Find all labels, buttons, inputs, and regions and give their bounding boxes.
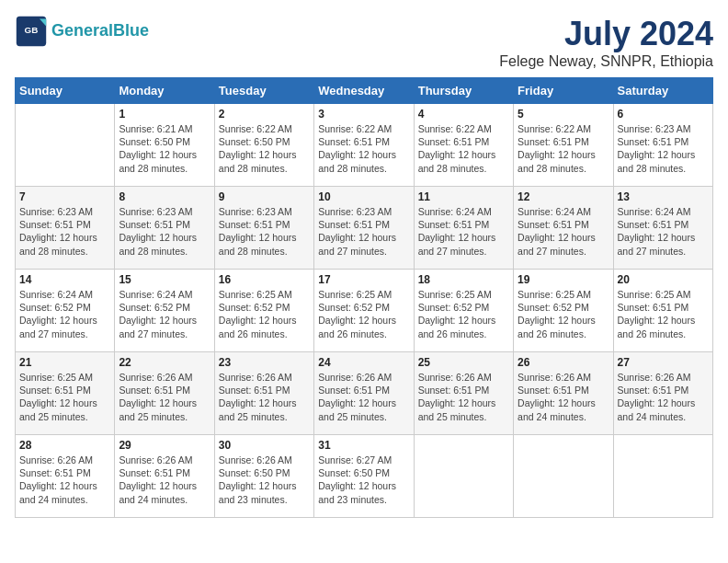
day-number: 6 — [618, 108, 709, 121]
day-info: Sunrise: 6:24 AM Sunset: 6:51 PM Dayligh… — [518, 205, 609, 258]
calendar-cell: 6Sunrise: 6:23 AM Sunset: 6:51 PM Daylig… — [613, 104, 712, 187]
calendar-cell: 5Sunrise: 6:22 AM Sunset: 6:51 PM Daylig… — [514, 104, 613, 187]
calendar-cell: 11Sunrise: 6:24 AM Sunset: 6:51 PM Dayli… — [414, 187, 513, 270]
day-info: Sunrise: 6:25 AM Sunset: 6:52 PM Dayligh… — [418, 288, 509, 340]
day-number: 23 — [219, 356, 310, 369]
logo: GB GeneralBlue — [15, 15, 149, 48]
day-info: Sunrise: 6:21 AM Sunset: 6:50 PM Dayligh… — [119, 122, 210, 175]
day-number: 12 — [518, 190, 609, 203]
day-number: 24 — [318, 356, 409, 369]
calendar-cell: 28Sunrise: 6:26 AM Sunset: 6:51 PM Dayli… — [16, 435, 115, 518]
day-info: Sunrise: 6:25 AM Sunset: 6:51 PM Dayligh… — [618, 288, 709, 340]
calendar-cell: 31Sunrise: 6:27 AM Sunset: 6:50 PM Dayli… — [314, 435, 414, 518]
week-row-5: 28Sunrise: 6:26 AM Sunset: 6:51 PM Dayli… — [16, 435, 713, 518]
day-info: Sunrise: 6:22 AM Sunset: 6:51 PM Dayligh… — [318, 122, 409, 175]
day-info: Sunrise: 6:26 AM Sunset: 6:51 PM Dayligh… — [418, 371, 509, 423]
logo-line2: Blue — [113, 21, 149, 40]
day-header-monday: Monday — [115, 78, 214, 104]
day-info: Sunrise: 6:22 AM Sunset: 6:50 PM Dayligh… — [219, 122, 310, 175]
calendar-cell: 16Sunrise: 6:25 AM Sunset: 6:52 PM Dayli… — [214, 270, 313, 352]
day-number: 25 — [418, 356, 509, 369]
calendar-cell: 29Sunrise: 6:26 AM Sunset: 6:51 PM Dayli… — [115, 435, 214, 518]
month-title: July 2024 — [499, 15, 713, 53]
calendar-cell: 15Sunrise: 6:24 AM Sunset: 6:52 PM Dayli… — [115, 270, 214, 352]
calendar-cell: 24Sunrise: 6:26 AM Sunset: 6:51 PM Dayli… — [314, 352, 414, 435]
day-number: 20 — [618, 273, 709, 286]
day-number: 31 — [318, 439, 409, 452]
day-info: Sunrise: 6:24 AM Sunset: 6:52 PM Dayligh… — [19, 288, 110, 340]
calendar-cell: 13Sunrise: 6:24 AM Sunset: 6:51 PM Dayli… — [613, 187, 712, 270]
day-info: Sunrise: 6:27 AM Sunset: 6:50 PM Dayligh… — [318, 454, 409, 506]
day-number: 28 — [19, 439, 110, 452]
calendar-cell: 1Sunrise: 6:21 AM Sunset: 6:50 PM Daylig… — [115, 104, 214, 187]
calendar-cell: 9Sunrise: 6:23 AM Sunset: 6:51 PM Daylig… — [214, 187, 313, 270]
day-number: 2 — [219, 108, 310, 121]
day-header-saturday: Saturday — [613, 78, 712, 104]
day-number: 17 — [318, 273, 409, 286]
day-number: 9 — [219, 190, 310, 203]
day-header-sunday: Sunday — [16, 78, 115, 104]
header-row: SundayMondayTuesdayWednesdayThursdayFrid… — [16, 78, 713, 104]
day-info: Sunrise: 6:26 AM Sunset: 6:51 PM Dayligh… — [618, 371, 709, 423]
day-info: Sunrise: 6:23 AM Sunset: 6:51 PM Dayligh… — [19, 205, 110, 258]
day-info: Sunrise: 6:26 AM Sunset: 6:51 PM Dayligh… — [518, 371, 609, 423]
day-number: 30 — [219, 439, 310, 452]
calendar-cell: 19Sunrise: 6:25 AM Sunset: 6:52 PM Dayli… — [514, 270, 613, 352]
calendar-cell — [613, 435, 712, 518]
day-info: Sunrise: 6:23 AM Sunset: 6:51 PM Dayligh… — [318, 205, 409, 258]
day-number: 27 — [618, 356, 709, 369]
week-row-2: 7Sunrise: 6:23 AM Sunset: 6:51 PM Daylig… — [16, 187, 713, 270]
day-number: 16 — [219, 273, 310, 286]
day-info: Sunrise: 6:24 AM Sunset: 6:52 PM Dayligh… — [119, 288, 210, 340]
day-number: 11 — [418, 190, 509, 203]
day-number: 22 — [119, 356, 210, 369]
week-row-1: 1Sunrise: 6:21 AM Sunset: 6:50 PM Daylig… — [16, 104, 713, 187]
day-header-tuesday: Tuesday — [214, 78, 313, 104]
day-number: 14 — [19, 273, 110, 286]
day-info: Sunrise: 6:23 AM Sunset: 6:51 PM Dayligh… — [219, 205, 310, 258]
logo-text: GeneralBlue — [51, 22, 149, 40]
day-info: Sunrise: 6:22 AM Sunset: 6:51 PM Dayligh… — [518, 122, 609, 175]
day-header-wednesday: Wednesday — [314, 78, 414, 104]
calendar-cell: 23Sunrise: 6:26 AM Sunset: 6:51 PM Dayli… — [214, 352, 313, 435]
day-number: 26 — [518, 356, 609, 369]
logo-icon: GB — [15, 15, 48, 48]
day-number: 21 — [19, 356, 110, 369]
calendar-cell: 30Sunrise: 6:26 AM Sunset: 6:50 PM Dayli… — [214, 435, 313, 518]
day-number: 1 — [119, 108, 210, 121]
day-header-friday: Friday — [514, 78, 613, 104]
week-row-3: 14Sunrise: 6:24 AM Sunset: 6:52 PM Dayli… — [16, 270, 713, 352]
day-number: 7 — [19, 190, 110, 203]
day-info: Sunrise: 6:26 AM Sunset: 6:51 PM Dayligh… — [219, 371, 310, 423]
calendar-cell: 18Sunrise: 6:25 AM Sunset: 6:52 PM Dayli… — [414, 270, 513, 352]
day-number: 4 — [418, 108, 509, 121]
day-info: Sunrise: 6:25 AM Sunset: 6:52 PM Dayligh… — [318, 288, 409, 340]
day-info: Sunrise: 6:26 AM Sunset: 6:51 PM Dayligh… — [119, 454, 210, 506]
calendar-cell: 22Sunrise: 6:26 AM Sunset: 6:51 PM Dayli… — [115, 352, 214, 435]
calendar-cell: 3Sunrise: 6:22 AM Sunset: 6:51 PM Daylig… — [314, 104, 414, 187]
day-info: Sunrise: 6:25 AM Sunset: 6:52 PM Dayligh… — [518, 288, 609, 340]
calendar-cell — [16, 104, 115, 187]
calendar-cell: 20Sunrise: 6:25 AM Sunset: 6:51 PM Dayli… — [613, 270, 712, 352]
day-number: 29 — [119, 439, 210, 452]
calendar-cell: 21Sunrise: 6:25 AM Sunset: 6:51 PM Dayli… — [16, 352, 115, 435]
day-number: 10 — [318, 190, 409, 203]
day-number: 3 — [318, 108, 409, 121]
day-info: Sunrise: 6:23 AM Sunset: 6:51 PM Dayligh… — [618, 122, 709, 175]
calendar-cell — [414, 435, 513, 518]
calendar-cell: 27Sunrise: 6:26 AM Sunset: 6:51 PM Dayli… — [613, 352, 712, 435]
day-info: Sunrise: 6:26 AM Sunset: 6:51 PM Dayligh… — [119, 371, 210, 423]
svg-text:GB: GB — [25, 25, 39, 35]
day-info: Sunrise: 6:26 AM Sunset: 6:51 PM Dayligh… — [19, 454, 110, 506]
calendar-cell: 8Sunrise: 6:23 AM Sunset: 6:51 PM Daylig… — [115, 187, 214, 270]
calendar-cell: 10Sunrise: 6:23 AM Sunset: 6:51 PM Dayli… — [314, 187, 414, 270]
calendar-cell: 12Sunrise: 6:24 AM Sunset: 6:51 PM Dayli… — [514, 187, 613, 270]
day-number: 15 — [119, 273, 210, 286]
calendar-cell: 26Sunrise: 6:26 AM Sunset: 6:51 PM Dayli… — [514, 352, 613, 435]
day-info: Sunrise: 6:22 AM Sunset: 6:51 PM Dayligh… — [418, 122, 509, 175]
calendar-cell: 17Sunrise: 6:25 AM Sunset: 6:52 PM Dayli… — [314, 270, 414, 352]
calendar-cell: 2Sunrise: 6:22 AM Sunset: 6:50 PM Daylig… — [214, 104, 313, 187]
logo-line1: General — [51, 21, 113, 40]
calendar-cell: 7Sunrise: 6:23 AM Sunset: 6:51 PM Daylig… — [16, 187, 115, 270]
calendar-cell: 4Sunrise: 6:22 AM Sunset: 6:51 PM Daylig… — [414, 104, 513, 187]
